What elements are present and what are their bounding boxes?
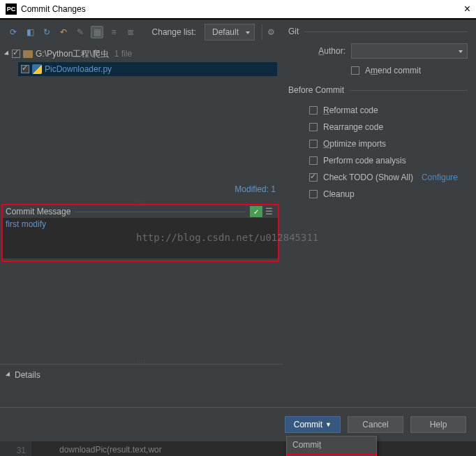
change-list-select[interactable]: Default (204, 24, 255, 41)
cleanup-checkbox[interactable] (309, 190, 318, 198)
undo-icon[interactable]: ↶ (57, 26, 70, 38)
rearrange-checkbox[interactable] (309, 123, 318, 131)
change-list-label: Change list: (152, 27, 196, 37)
window-title: Commit Changes (21, 4, 86, 14)
details-label: Details (15, 370, 40, 380)
history-icon[interactable]: ☰ (262, 206, 275, 217)
chevron-down-icon[interactable] (4, 50, 10, 57)
git-section-header: Git (288, 27, 468, 36)
reformat-label: Reformat code (323, 105, 378, 115)
splitter-grip-2[interactable]: :::: (0, 358, 283, 364)
spellcheck-icon[interactable]: ✓ (250, 206, 262, 217)
amend-checkbox[interactable] (351, 66, 359, 75)
analysis-checkbox[interactable] (309, 156, 318, 165)
amend-label: Amend commit (365, 66, 421, 75)
title-bar: PC Commit Changes × (0, 0, 476, 19)
optimize-label: Optimize imports (323, 139, 386, 149)
commit-message-empty-area (0, 262, 283, 358)
file-tree: G:\Python工程\爬虫 1 file PicDownloader.py (0, 44, 283, 180)
root-file-count: 1 file (114, 49, 132, 59)
chevron-down-icon (6, 372, 12, 378)
todo-checkbox[interactable] (309, 173, 318, 182)
expand-icon[interactable]: ≡ (107, 26, 120, 38)
author-label: Author: (309, 46, 345, 56)
before-commit-header: Before Commit (288, 85, 468, 95)
file-name: PicDownloader.py (45, 64, 112, 74)
refresh-icon[interactable]: ⟳ (7, 26, 20, 38)
code-strip: 313233 downloadPic(result.text,wor (0, 441, 476, 456)
file-checkbox[interactable] (21, 65, 29, 73)
cleanup-label: Cleanup (323, 189, 355, 199)
root-checkbox[interactable] (12, 50, 20, 58)
analysis-label: Perform code analysis (323, 156, 406, 166)
collapse-icon[interactable]: ≣ (124, 26, 137, 38)
toolbar: ⟳ ◧ ↻ ↶ ✎ ▦ ≡ ≣ Change list: Default ⚙ (0, 20, 283, 44)
sync-icon[interactable]: ↻ (40, 26, 53, 38)
commit-message-input[interactable] (3, 218, 278, 258)
group-icon[interactable]: ▦ (91, 26, 103, 38)
modified-count: Modified: 1 (0, 180, 283, 198)
close-icon[interactable]: × (464, 3, 470, 15)
cancel-button[interactable]: Cancel (348, 416, 403, 433)
todo-label: Check TODO (Show All) (323, 172, 413, 182)
author-select[interactable] (351, 43, 468, 59)
python-file-icon (32, 64, 42, 74)
gear-icon[interactable]: ⚙ (262, 24, 276, 40)
commit-button[interactable]: Commit▼ (285, 416, 341, 433)
code-area: downloadPic(result.text,wor (31, 441, 476, 456)
details-row[interactable]: Details (0, 364, 283, 385)
root-path: G:\Python工程\爬虫 (36, 48, 109, 60)
line-gutter: 313233 (0, 441, 31, 456)
splitter-grip[interactable]: :::: (0, 198, 283, 204)
app-icon: PC (6, 3, 17, 15)
rearrange-label: Rearrange code (323, 122, 383, 132)
reformat-checkbox[interactable] (309, 106, 318, 115)
folder-icon (23, 50, 33, 58)
button-row: Commit▼ Cancel Help Commit Commit and Pu… (0, 407, 476, 441)
diff-icon[interactable]: ◧ (24, 26, 36, 38)
tree-root[interactable]: G:\Python工程\爬虫 1 file (6, 47, 277, 61)
configure-link[interactable]: Configure (422, 172, 458, 182)
help-button[interactable]: Help (410, 416, 466, 433)
tree-file-row[interactable]: PicDownloader.py (18, 62, 277, 76)
commit-message-section: Commit Message ✓ ☰ (1, 204, 279, 262)
optimize-checkbox[interactable] (309, 140, 318, 148)
commit-message-title: Commit Message (6, 207, 70, 216)
edit-icon[interactable]: ✎ (74, 26, 87, 38)
